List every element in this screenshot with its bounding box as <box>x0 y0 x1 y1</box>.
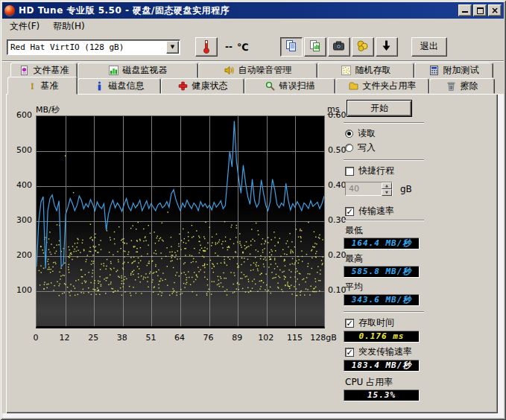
tab-label: 磁盘信息 <box>109 80 145 92</box>
tab-row-secondary: 文件基准磁盘监视器自动噪音管理随机存取附加测试 <box>10 63 493 78</box>
client-strip-right <box>498 94 504 414</box>
copy-icon <box>285 39 297 54</box>
y-axis-label-left: MB/秒 <box>36 104 60 116</box>
max-value-lcd: 585.8 MB/秒 <box>344 266 420 278</box>
tab-擦除[interactable]: 擦除 <box>429 78 495 94</box>
close-button[interactable]: × <box>488 4 502 16</box>
coins-icon <box>356 39 369 54</box>
thermometer-icon <box>203 40 210 54</box>
access-time-checkbox[interactable]: ✓ 存取时间 <box>345 316 426 329</box>
burst-rate-lcd: 183.4 MB/秒 <box>344 360 420 372</box>
tab-label: 随机存取 <box>355 64 391 77</box>
tab-自动噪音管理[interactable]: 自动噪音管理 <box>198 63 317 78</box>
axis-tick: 400 <box>7 180 32 190</box>
health-icon <box>178 81 189 92</box>
exit-button[interactable]: 退出 <box>411 37 447 57</box>
error-scan-icon <box>265 81 276 92</box>
close-icon: × <box>491 7 499 14</box>
benchmark-chart: MB/秒 ms 6005004003002001000.600.500.400.… <box>6 94 341 351</box>
maximize-icon <box>477 7 484 14</box>
title-bar: HD Tune 专业版 5.50 - 硬盘/固态硬盘实用程序 × <box>2 2 504 19</box>
spin-up-icon[interactable]: ▲ <box>382 182 392 189</box>
tab-label: 健康状态 <box>192 80 228 92</box>
axis-tick: 300 <box>7 215 32 225</box>
camera-icon <box>332 39 345 54</box>
radio-icon <box>345 130 353 138</box>
tab-磁盘监视器[interactable]: 磁盘监视器 <box>78 63 198 78</box>
tab-错误扫描[interactable]: 错误扫描 <box>244 78 335 94</box>
toolbar-buttons <box>280 37 399 57</box>
save-results-button[interactable] <box>352 37 374 57</box>
min-value-lcd: 164.4 MB/秒 <box>344 238 420 249</box>
benchmark-page: MB/秒 ms 6005004003002001000.600.500.400.… <box>6 94 498 413</box>
tab-磁盘信息[interactable]: 磁盘信息 <box>78 78 161 94</box>
chevron-down-icon[interactable]: ▼ <box>166 41 179 54</box>
start-button[interactable]: 开始 <box>347 100 412 117</box>
tab-文件基准[interactable]: 文件基准 <box>10 63 78 78</box>
menu-help[interactable]: 帮助(H) <box>46 19 91 34</box>
random-access-icon <box>341 66 352 76</box>
temperature-unit: ℃ <box>237 42 249 53</box>
burst-rate-checkbox[interactable]: ✓ 突发传输速率 <box>345 346 426 358</box>
axis-tick: 0 <box>19 333 52 343</box>
read-radio[interactable]: 读取 <box>345 127 426 140</box>
copy-text-button[interactable] <box>280 37 303 57</box>
axis-tick: 600 <box>7 110 32 120</box>
axis-tick: 100 <box>7 285 32 295</box>
avg-label: 平均 <box>345 281 426 293</box>
temperature-button[interactable] <box>195 37 218 57</box>
axis-tick: 64 <box>163 333 196 343</box>
radio-icon <box>345 144 353 152</box>
tab-健康状态[interactable]: 健康状态 <box>161 78 244 94</box>
control-panel: 开始 读取 写入 快捷行程 40 ▲▼ gB <box>342 97 426 401</box>
download-arrow-icon <box>380 39 393 54</box>
benchmark-icon: ! <box>27 80 37 91</box>
tab-label: 文件夹占用率 <box>363 80 417 92</box>
axis-tick: 115 <box>278 333 311 343</box>
avg-value-lcd: 343.6 MB/秒 <box>344 294 420 306</box>
tab-label: 磁盘监视器 <box>123 64 168 77</box>
axis-tick: 38 <box>106 333 139 343</box>
client-strip-bottom <box>2 413 504 418</box>
screenshot-button[interactable] <box>328 37 350 57</box>
tab-附加测试[interactable]: 附加测试 <box>414 63 493 78</box>
tab-label: 擦除 <box>461 80 478 92</box>
axis-tick: 200 <box>7 250 32 260</box>
plot-area <box>36 115 325 328</box>
menu-file[interactable]: 文件(F) <box>3 19 46 34</box>
drive-select[interactable]: Red Hat VirtIO (128 gB) ▼ <box>7 39 180 55</box>
cpu-usage-lcd: 15.3% <box>344 389 420 401</box>
checkbox-icon <box>345 167 354 176</box>
toolbar: Red Hat VirtIO (128 gB) ▼ -- ℃ 退出 <box>2 34 504 60</box>
short-stroke-checkbox[interactable]: 快捷行程 <box>345 165 426 177</box>
transfer-rate-checkbox[interactable]: ✓ 传输速率 <box>345 205 426 217</box>
copy-image-button[interactable] <box>304 37 326 57</box>
app-icon <box>4 5 15 16</box>
app-window: HD Tune 专业版 5.50 - 硬盘/固态硬盘实用程序 × 文件(F) 帮… <box>0 0 506 420</box>
tab-label: 错误扫描 <box>279 80 315 92</box>
svg-text:!: ! <box>31 81 34 91</box>
file-benchmark-icon <box>19 66 30 76</box>
axis-tick: 89 <box>221 333 253 343</box>
plot-svg <box>37 116 324 326</box>
window-title: HD Tune 专业版 5.50 - 硬盘/固态硬盘实用程序 <box>19 4 457 17</box>
disk-monitor-icon <box>109 66 119 76</box>
checkbox-icon: ✓ <box>345 207 354 216</box>
axis-tick: 51 <box>134 333 167 343</box>
tab-随机存取[interactable]: 随机存取 <box>317 63 414 78</box>
extra-tests-icon <box>429 66 440 76</box>
maximize-button[interactable] <box>473 4 487 16</box>
spin-down-icon[interactable]: ▼ <box>382 189 392 196</box>
toolbar-separator <box>2 60 504 62</box>
write-radio[interactable]: 写入 <box>345 141 426 154</box>
tab-文件夹占用率[interactable]: 文件夹占用率 <box>335 78 429 94</box>
tab-基准[interactable]: !基准 <box>7 77 78 95</box>
minimize-button[interactable] <box>458 4 472 16</box>
tab-label: 自动噪音管理 <box>238 64 292 77</box>
axis-tick: 500 <box>7 145 32 155</box>
minimize-icon <box>462 7 468 13</box>
size-unit: gB <box>400 184 412 194</box>
export-button[interactable] <box>376 37 398 57</box>
size-stepper[interactable]: 40 ▲▼ <box>345 182 393 196</box>
tab-row-primary: !基准磁盘信息健康状态错误扫描文件夹占用率擦除 <box>7 78 495 94</box>
